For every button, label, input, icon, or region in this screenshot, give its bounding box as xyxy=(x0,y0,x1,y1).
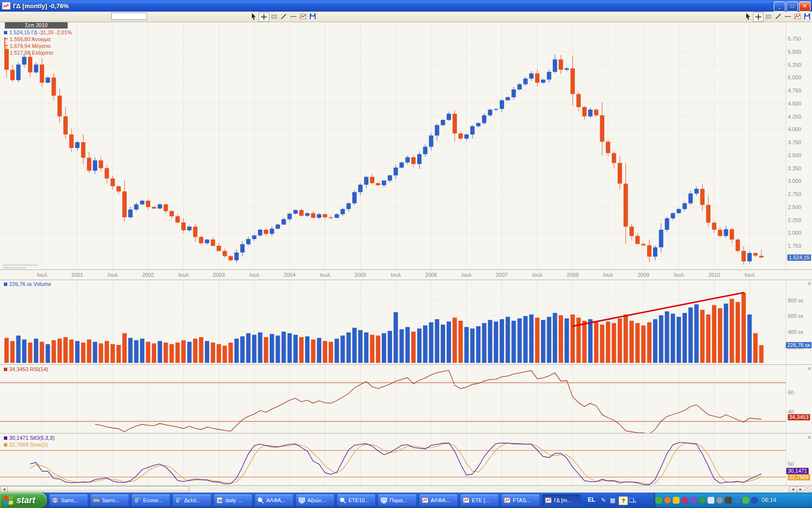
cursor-tool-icon[interactable] xyxy=(743,12,753,21)
close-button[interactable]: ✕ xyxy=(799,1,811,12)
candle xyxy=(193,226,198,237)
candle xyxy=(582,107,587,116)
taskbar-button-4[interactable]: eΔελτί... xyxy=(173,494,211,506)
volume-bar xyxy=(506,317,510,363)
volume-bar xyxy=(69,340,73,363)
candle xyxy=(252,236,257,239)
minimize-button[interactable]: _ xyxy=(774,1,785,12)
save-tool-icon[interactable] xyxy=(308,12,318,21)
taskbar-button-3[interactable]: eEcono... xyxy=(132,494,170,506)
tray-icon-8[interactable] xyxy=(716,497,723,504)
taskbar-button-6[interactable]: ΑΛΦΑ... xyxy=(255,494,293,506)
volume-bar xyxy=(464,327,469,363)
price-tick-label: 3.500 xyxy=(788,152,801,158)
volume-bar xyxy=(146,342,150,363)
dots-tool-icon[interactable] xyxy=(289,12,298,21)
tray-icon-10[interactable] xyxy=(734,497,740,504)
tray-icon-2[interactable] xyxy=(664,497,671,504)
taskbar-button-7[interactable]: Αξιών... xyxy=(296,494,334,506)
candle xyxy=(258,230,262,236)
volume-bar xyxy=(636,323,640,363)
taskbar-button-8[interactable]: ΕΤΕ10... xyxy=(337,494,375,506)
crosshair-tool-icon[interactable] xyxy=(259,12,269,22)
volume-bar xyxy=(429,322,434,363)
magnifier-icon xyxy=(339,497,347,504)
tray-icon-9[interactable] xyxy=(725,497,732,504)
language-indicator[interactable]: EL xyxy=(588,496,595,503)
toolbar xyxy=(0,12,812,22)
candle xyxy=(140,201,145,204)
help-icon[interactable]: ? xyxy=(619,496,628,505)
taskbar-clock[interactable]: 06:14 xyxy=(762,497,776,504)
tray-icon-7[interactable] xyxy=(708,497,714,504)
volume-bar xyxy=(52,340,56,363)
crosshair-tool-icon[interactable] xyxy=(753,12,764,22)
candle xyxy=(747,253,752,261)
chart-tool-icon[interactable] xyxy=(793,12,802,21)
price-tick-label: 3.250 xyxy=(788,165,801,171)
volume-bar xyxy=(341,336,345,363)
volume-close-icon[interactable]: ✕ xyxy=(807,281,812,286)
horizontal-scrollbar[interactable]: ◄ ◄ ► xyxy=(0,485,812,493)
volume-bar xyxy=(376,336,380,363)
panel-divider xyxy=(0,280,812,280)
title-bar[interactable]: ΓΔ [montly] -0,76% _ □ ✕ xyxy=(0,0,812,12)
volume-bar xyxy=(329,342,333,363)
candle xyxy=(677,209,681,213)
candle xyxy=(234,253,239,260)
stochastic-close-icon[interactable]: ✕ xyxy=(807,435,812,440)
chart-tool-icon[interactable] xyxy=(298,12,308,21)
candle xyxy=(518,84,522,90)
legend-date-box: Σεπ 2010 xyxy=(5,22,68,29)
start-button[interactable]: start xyxy=(0,493,47,508)
time-axis-label: Ιουλ xyxy=(462,272,472,278)
line-tool-icon[interactable] xyxy=(773,12,783,21)
volume-bar xyxy=(240,336,245,363)
tray-icon-6[interactable] xyxy=(699,497,706,504)
cursor-tool-icon[interactable] xyxy=(249,12,259,21)
taskbar-button-12[interactable]: FTAS... xyxy=(502,494,539,506)
volume-bar xyxy=(211,343,215,363)
taskbar-button-2[interactable]: Sarro... xyxy=(91,494,129,506)
resize-grip[interactable] xyxy=(804,486,812,493)
candle xyxy=(347,203,351,209)
volume-bar xyxy=(93,342,97,363)
taskbar-button-9[interactable]: Παρα... xyxy=(378,494,416,506)
tray-icon-5[interactable] xyxy=(690,497,697,504)
candle xyxy=(600,115,604,142)
taskbar-button-11[interactable]: ΕΤΕ [... xyxy=(461,494,498,506)
toolbar-input[interactable] xyxy=(111,13,147,20)
line-tool-icon[interactable] xyxy=(279,12,289,21)
restore-toolbar-icon[interactable]: ❏▾ xyxy=(628,496,637,504)
pen-icon[interactable]: ✎ xyxy=(599,496,608,504)
save-tool-icon[interactable] xyxy=(802,12,812,21)
keyboard-magnifier-icon[interactable]: ▦ xyxy=(609,496,617,504)
maximize-button[interactable]: □ xyxy=(786,1,798,12)
candle xyxy=(482,115,486,123)
taskbar-button-5[interactable]: Wdaily ... xyxy=(214,494,252,506)
volume-bar xyxy=(99,344,103,363)
volume-bar xyxy=(258,332,262,363)
legend-last-price: 1.524,15 ΓΔ -31,26 -2,01% xyxy=(4,30,72,35)
volume-bar xyxy=(299,337,304,363)
tray-icon-11[interactable] xyxy=(742,497,749,504)
task-label: ΑΛΦΑ... xyxy=(266,497,286,503)
rect-tool-icon[interactable] xyxy=(269,12,279,21)
task-label: Παρα... xyxy=(390,497,407,503)
tray-icon-4[interactable] xyxy=(682,497,688,504)
tray-icon-12[interactable] xyxy=(751,497,758,504)
candle xyxy=(152,207,156,209)
dots-tool-icon[interactable] xyxy=(783,12,793,21)
taskbar-button-10[interactable]: ΑΛΦΑ... xyxy=(420,494,457,506)
candle xyxy=(217,246,221,251)
chart-icon xyxy=(421,497,429,504)
candle xyxy=(429,135,434,147)
price-tick-label: 5.500 xyxy=(788,49,801,55)
rect-tool-icon[interactable] xyxy=(764,12,773,21)
taskbar-button-13[interactable]: ΓΔ [m... xyxy=(543,494,580,506)
candle xyxy=(547,72,551,79)
tray-icon-3[interactable] xyxy=(673,497,680,504)
rsi-close-icon[interactable]: ✕ xyxy=(807,366,812,371)
tray-icon-1[interactable] xyxy=(655,497,662,504)
taskbar-button-1[interactable]: Sarro... xyxy=(50,494,87,506)
